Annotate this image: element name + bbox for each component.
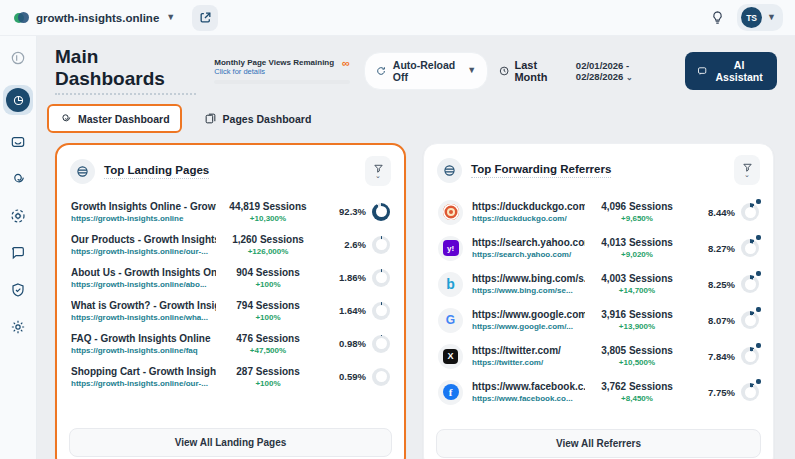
refresh-icon [376, 65, 386, 77]
favicon: X [438, 344, 463, 369]
donut-cap-marker [756, 199, 761, 204]
collapse-sidebar-icon[interactable] [8, 48, 28, 68]
landing-page-row[interactable]: Shopping Cart - Growth Insights ... http… [63, 360, 398, 393]
period-selector[interactable]: Last Month [499, 59, 565, 83]
hints-button[interactable] [710, 10, 725, 25]
view-all-landing-pages-button[interactable]: View All Landing Pages [69, 428, 392, 457]
referrer-url-link[interactable]: https://www.google.com/... [472, 322, 585, 331]
change-percent: +100% [216, 280, 320, 289]
referrer-url-link[interactable]: https://twitter.com/ [472, 358, 585, 367]
share-percent: 2.6% [344, 239, 366, 250]
sessions-count: 794 Sessions [216, 300, 320, 311]
chevron-down-icon: ⌄ [626, 73, 633, 82]
page-url-link[interactable]: https://growth-insights.online/our-... [71, 247, 216, 256]
quota-details-link[interactable]: Click for details [214, 67, 334, 76]
share-percent: 92.3% [339, 206, 366, 217]
referrer-row[interactable]: b https://www.bing.com/s... https://www.… [430, 266, 767, 302]
date-range-selector[interactable]: 02/01/2026 - 02/28/2026 ⌄ [576, 60, 674, 82]
site-selector-label[interactable]: growth-insights.online [36, 12, 159, 24]
sidebar-item-inbox[interactable] [8, 132, 28, 152]
share-donut [741, 311, 759, 329]
page-url-link[interactable]: https://growth-insights.online/our-... [71, 379, 216, 388]
chevron-down-icon: ⌄ [375, 172, 381, 179]
external-link-icon [199, 11, 212, 24]
referrer-url-link[interactable]: https://www.facebook.co... [472, 394, 585, 403]
referrer-url-link[interactable]: https://www.bing.com/se... [472, 286, 585, 295]
sidebar-item-master[interactable] [8, 169, 28, 189]
sessions-count: 3,916 Sessions [585, 309, 689, 320]
page-title-text: FAQ - Growth Insights Online [71, 333, 216, 344]
facebook-icon: f [443, 384, 459, 400]
landing-page-row[interactable]: About Us - Growth Insights Online https:… [63, 261, 398, 294]
referrer-row[interactable]: G https://www.google.com... https://www.… [430, 302, 767, 338]
bing-icon: b [446, 276, 455, 292]
sidebar-item-dashboards[interactable] [3, 85, 33, 115]
page-url-link[interactable]: https://growth-insights.online/faq [71, 346, 216, 355]
landing-page-row[interactable]: FAQ - Growth Insights Online https://gro… [63, 327, 398, 360]
donut-cap-marker [756, 307, 761, 312]
filter-button[interactable]: ⌄ [734, 155, 760, 185]
change-percent: +10,500% [585, 358, 689, 367]
main-content: Main Dashboards Monthly Page Views Remai… [37, 36, 795, 459]
open-site-button[interactable] [192, 5, 218, 31]
tab-pages-dashboard[interactable]: Pages Dashboard [192, 104, 324, 133]
user-menu[interactable]: TS ▼ [737, 4, 783, 31]
share-donut [741, 275, 759, 293]
referrer-row[interactable]: f https://www.facebook.c... https://www.… [430, 374, 767, 410]
auto-reload-dropdown[interactable]: Auto-Reload Off ▼ [364, 52, 488, 90]
quota-progress-bar [214, 80, 350, 84]
change-percent: +9,650% [585, 214, 689, 223]
change-percent: +126,000% [216, 247, 320, 256]
chat-icon [10, 245, 26, 261]
share-donut [372, 368, 390, 386]
sessions-count: 476 Sessions [216, 333, 320, 344]
change-percent: +100% [216, 379, 320, 388]
topbar: growth-insights.online ▼ TS ▼ [0, 0, 795, 36]
landing-page-row[interactable]: Our Products - Growth Insights O... http… [63, 228, 398, 261]
share-donut [372, 335, 390, 353]
tab-label: Master Dashboard [78, 113, 170, 125]
referrer-url-link[interactable]: https://search.yahoo.com/ [472, 250, 585, 259]
page-url-link[interactable]: https://growth-insights.online/wha... [71, 313, 216, 322]
page-title-text: What is Growth? - Growth Insight... [71, 300, 216, 311]
sessions-count: 44,819 Sessions [216, 201, 320, 212]
change-percent: +14,700% [585, 286, 689, 295]
top-landing-pages-card: Top Landing Pages ⌄ Growth Insights Onli… [55, 143, 406, 459]
lightbulb-icon [710, 10, 725, 25]
sessions-count: 287 Sessions [216, 366, 320, 377]
chevron-down-icon: ▼ [467, 66, 476, 75]
page-url-link[interactable]: https://growth-insights.online/abo... [71, 280, 216, 289]
change-percent: +9,020% [585, 250, 689, 259]
share-percent: 7.75% [708, 387, 735, 398]
yahoo-icon: y! [443, 240, 459, 256]
page-url-link[interactable]: https://growth-insights.online [71, 214, 216, 223]
landing-page-row[interactable]: Growth Insights Online - Growth I... htt… [63, 195, 398, 228]
chevron-down-icon: ▼ [767, 13, 776, 22]
share-donut [741, 239, 759, 257]
chevron-down-icon[interactable]: ▼ [166, 13, 175, 22]
browser-icon [437, 158, 462, 183]
referrer-row[interactable]: X https://twitter.com/ https://twitter.c… [430, 338, 767, 374]
ai-assistant-button[interactable]: AI Assistant [685, 52, 777, 90]
sidebar-item-automation[interactable] [8, 206, 28, 226]
view-all-referrers-button[interactable]: View All Referrers [436, 429, 761, 458]
donut-cap-marker [756, 343, 761, 348]
sidebar-item-feedback[interactable] [8, 243, 28, 263]
change-percent: +47,500% [216, 346, 320, 355]
duckduckgo-icon [443, 204, 459, 220]
change-percent: +10,300% [216, 214, 320, 223]
sessions-count: 4,013 Sessions [585, 237, 689, 248]
sidebar-item-settings[interactable] [8, 317, 28, 337]
referrer-url-link[interactable]: https://duckduckgo.com/ [472, 214, 585, 223]
favicon: f [438, 380, 463, 405]
referrer-row[interactable]: y! https://search.yahoo.com/ https://sea… [430, 230, 767, 266]
referrers-list: https://duckduckgo.com/ https://duckduck… [424, 192, 773, 423]
referrer-row[interactable]: https://duckduckgo.com/ https://duckduck… [430, 194, 767, 230]
period-label: Last Month [514, 59, 564, 83]
dashboard-tabs: Master Dashboard Pages Dashboard [47, 104, 777, 133]
sidebar-item-privacy[interactable] [8, 280, 28, 300]
landing-page-row[interactable]: What is Growth? - Growth Insight... http… [63, 294, 398, 327]
filter-button[interactable]: ⌄ [365, 156, 391, 186]
tab-master-dashboard[interactable]: Master Dashboard [47, 104, 182, 133]
favicon: b [438, 272, 463, 297]
